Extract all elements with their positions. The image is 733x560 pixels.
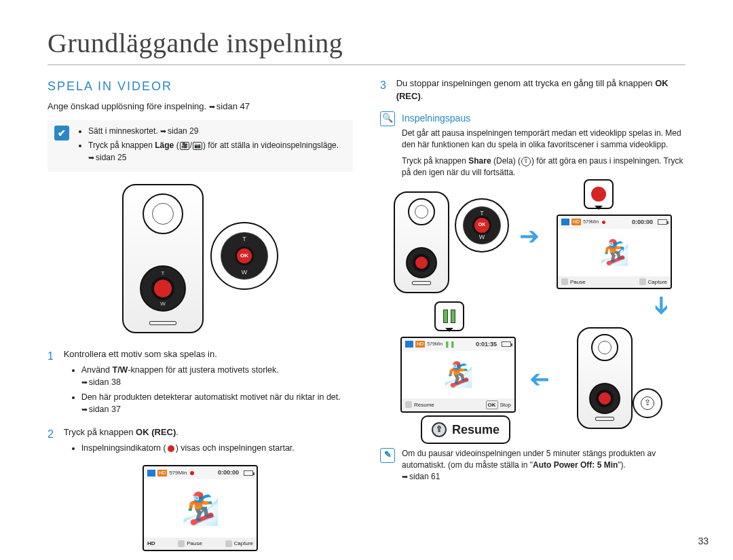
share-icon bbox=[178, 540, 185, 547]
battery-icon bbox=[502, 341, 511, 347]
softkey-stop: Stop bbox=[500, 401, 511, 409]
elapsed-time: 0:01:35 bbox=[476, 340, 497, 349]
record-indicator-icon bbox=[168, 445, 174, 452]
subheading-pause: Inspelningspaus bbox=[402, 111, 685, 125]
control-pad-callout: T OK W bbox=[455, 198, 509, 253]
tip-icon: 🔍 bbox=[380, 111, 395, 126]
precheck-icon: ✔ bbox=[54, 126, 69, 141]
intro-text: Ange önskad upplösning före inspelning. … bbox=[48, 100, 353, 113]
pause-description: Det går att pausa inspelningen temporärt… bbox=[402, 128, 685, 151]
precheck-item: Sätt i minneskortet. sidan 29 bbox=[88, 126, 346, 137]
pause-callout-icon bbox=[434, 301, 464, 331]
quality-badge: HD bbox=[415, 341, 425, 348]
left-column: SPELA IN VIDEOR Ange önskad upplösning f… bbox=[48, 77, 353, 560]
page-number: 33 bbox=[698, 536, 709, 546]
elapsed-time: 0:00:00 bbox=[632, 218, 653, 227]
page-ref: sidan 47 bbox=[209, 101, 250, 111]
ok-label: OK bbox=[474, 218, 489, 233]
step-sub: Inspelningsindikatorn () visas och inspe… bbox=[81, 442, 353, 454]
remaining-time: 579Min bbox=[169, 469, 187, 477]
elapsed-time: 0:00:00 bbox=[218, 468, 239, 477]
quality-badge: HD bbox=[157, 470, 167, 477]
camcorder-illustration: TW T OK W bbox=[48, 181, 353, 337]
auto-off-note: Om du pausar videoinspelningen under 5 m… bbox=[402, 448, 685, 483]
sd-icon bbox=[405, 341, 413, 348]
control-pad-callout: T OK W bbox=[210, 222, 278, 290]
note-icon: ✎ bbox=[380, 448, 395, 463]
photo-mode-icon: 📷 bbox=[193, 142, 202, 150]
battery-icon bbox=[658, 219, 667, 225]
step-sub: Den här produkten detekterar automatiskt… bbox=[81, 391, 353, 415]
quality-badge: HD bbox=[571, 219, 581, 225]
precheck-item: Tryck på knappen Läge (🎥/📷) för att stäl… bbox=[88, 140, 346, 164]
share-button-icon: ⇪ bbox=[641, 396, 654, 410]
battery-icon bbox=[244, 470, 253, 476]
remaining-time: 579Min bbox=[427, 341, 443, 348]
flow-arrow-left-icon: ➔ bbox=[529, 368, 550, 392]
sd-icon bbox=[561, 219, 569, 225]
step-number: 1 bbox=[48, 348, 61, 364]
ok-rec-button-icon bbox=[154, 280, 172, 297]
page-ref: sidan 29 bbox=[160, 126, 198, 136]
section-heading: SPELA IN VIDEOR bbox=[48, 77, 353, 95]
softkey-pause: Pause bbox=[570, 278, 586, 286]
resume-label: Resume bbox=[452, 421, 500, 438]
page-ref: sidan 37 bbox=[81, 405, 121, 414]
flow-arrow-down-icon: ➔ bbox=[650, 295, 674, 316]
page-ref: sidan 38 bbox=[81, 377, 121, 387]
share-button-callout: ⇪ bbox=[633, 388, 662, 418]
step-2: 2 Tryck på knappen OK (REC). Inspelnings… bbox=[48, 426, 353, 457]
precheck-box: ✔ Sätt i minneskortet. sidan 29 Tryck på… bbox=[48, 120, 353, 172]
hd-label: HD bbox=[147, 540, 155, 548]
page-ref: sidan 61 bbox=[402, 472, 440, 481]
skater-icon: 🏂 bbox=[443, 362, 474, 387]
page-ref: sidan 25 bbox=[88, 153, 126, 162]
pause-indicator-icon: ❚❚ bbox=[445, 340, 455, 349]
step-sub: Använd T/W-knappen för att justera motiv… bbox=[81, 364, 353, 388]
page-title: Grundläggande inspelning bbox=[48, 27, 685, 65]
right-column: 3 Du stoppar inspelningen genom att tryc… bbox=[380, 77, 685, 560]
record-indicator-icon bbox=[190, 471, 194, 475]
video-mode-icon: 🎥 bbox=[180, 142, 189, 150]
softkey-capture: Capture bbox=[234, 540, 253, 548]
softkey-capture: Capture bbox=[648, 278, 667, 286]
step-number: 3 bbox=[380, 77, 394, 93]
step-3: 3 Du stoppar inspelningen genom att tryc… bbox=[380, 77, 685, 103]
ok-label: OK bbox=[237, 248, 252, 263]
record-indicator-icon bbox=[602, 221, 605, 224]
step-number: 2 bbox=[48, 426, 61, 442]
resume-callout: ⇪ Resume bbox=[421, 415, 510, 444]
pause-resume-diagram: T OK W ➔ HD 579Min 0:00:00 bbox=[380, 185, 685, 429]
mode-icon bbox=[225, 540, 232, 547]
remaining-time: 579Min bbox=[583, 219, 599, 225]
cursor-arrow-icon: ➚ bbox=[197, 500, 209, 521]
cursor-arrow-icon: ➚ bbox=[616, 241, 626, 259]
flow-arrow-right-icon: ➔ bbox=[519, 224, 540, 248]
sd-icon bbox=[147, 470, 155, 477]
pause-instruction: Tryck på knappen Share (Dela) (⇪) för at… bbox=[402, 155, 685, 179]
softkey-pause: Pause bbox=[187, 540, 202, 548]
softkey-resume: Resume bbox=[414, 401, 434, 409]
record-callout-icon bbox=[584, 179, 614, 209]
screen-recording-illustration: HD 579Min 0:00:00 🏂 ➚ HD Pause Capture bbox=[48, 465, 353, 551]
share-button-icon: ⇪ bbox=[432, 422, 447, 437]
step-1: 1 Kontrollera ett motiv som ska spelas i… bbox=[48, 348, 353, 418]
share-button-icon: ⇪ bbox=[521, 157, 531, 166]
